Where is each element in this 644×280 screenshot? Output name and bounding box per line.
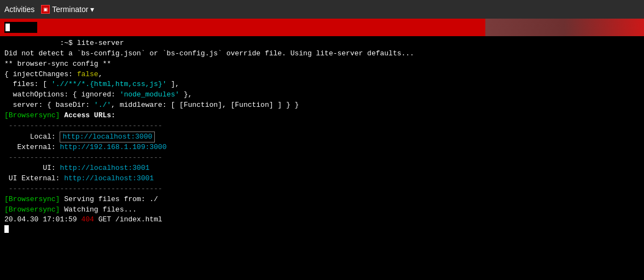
terminal-line-serving: [Browsersync] Serving files from: ./ <box>4 195 640 205</box>
terminal-cursor <box>4 225 9 233</box>
terminal-line-4: files: [ './/**/*.{html,htm,css,js}' ], <box>4 79 640 90</box>
activities-button[interactable]: Activities <box>4 5 34 14</box>
top-menu-bar: Activities ▣ Terminator ▾ <box>0 0 644 19</box>
terminal-output[interactable]: :~$ lite-server Did not detect a `bs-con… <box>0 36 644 280</box>
terminal-line-ui: UI: http://localhost:3001 <box>4 163 640 174</box>
terminal-line-1: Did not detect a `bs-config.json` or `bs… <box>4 49 640 59</box>
terminal-titlebar <box>0 19 644 36</box>
terminal-cursor-line <box>4 225 640 233</box>
app-name-label: Terminator <box>52 5 88 14</box>
terminal-line-6: server: { baseDir: './', middleware: [ [… <box>4 100 640 111</box>
terminal-line-watching: [Browsersync] Watching files... <box>4 205 640 215</box>
titlebar-right-decoration <box>485 19 644 36</box>
titlebar-cursor <box>5 24 10 31</box>
terminal-line-7: [Browsersync] Access URLs: <box>4 111 640 121</box>
titlebar-input <box>4 22 37 33</box>
terminal-line-3: { injectChanges: false, <box>4 70 640 80</box>
terminal-line-9: ------------------------------------ <box>4 153 640 163</box>
terminal-line-404: 20.04.30 17:01:59 404 GET /index.html <box>4 215 640 225</box>
terminal-window: :~$ lite-server Did not detect a `bs-con… <box>0 19 644 280</box>
terminal-line-10: ------------------------------------ <box>4 184 640 195</box>
app-menu[interactable]: ▣ Terminator ▾ <box>41 5 94 14</box>
terminal-line-2: ** browser-sync config ** <box>4 59 640 70</box>
terminal-line-cmd: :~$ lite-server <box>4 38 640 49</box>
terminal-line-5: watchOptions: { ignored: 'node_modules' … <box>4 90 640 100</box>
terminal-line-ui-ext: UI External: http://localhost:3001 <box>4 174 640 184</box>
terminal-line-external: External: http://192.168.1.109:3000 <box>4 142 640 153</box>
terminal-line-local: Local: http://localhost:3000 <box>4 132 640 143</box>
app-menu-chevron: ▾ <box>90 5 94 14</box>
terminator-icon: ▣ <box>41 5 50 14</box>
terminal-line-8: ------------------------------------ <box>4 121 640 132</box>
